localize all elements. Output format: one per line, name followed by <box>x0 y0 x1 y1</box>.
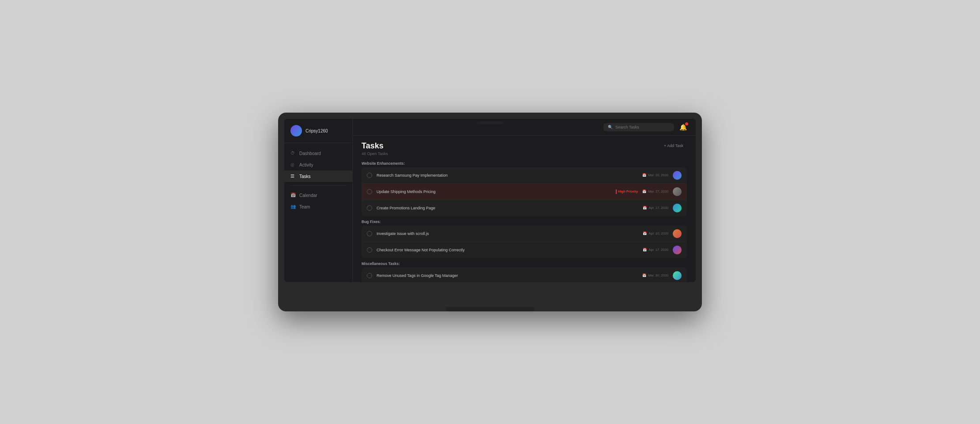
section-label-bug-fixes: Bug Fixes: <box>362 220 687 224</box>
date-text: Apr. 17, 2020 <box>648 248 668 252</box>
clock-icon: ⏱ <box>290 151 296 156</box>
table-row[interactable]: Research Samsung Pay Implementation📅Mar.… <box>362 167 687 184</box>
header: 🔍 🔔 <box>353 119 696 136</box>
task-checkbox[interactable] <box>367 247 372 253</box>
table-row[interactable]: Remove Unused Tags in Google Tag Manager… <box>362 268 687 282</box>
date-text: Mar. 20, 2020 <box>648 173 668 177</box>
task-checkbox[interactable] <box>367 189 372 194</box>
bell-button[interactable]: 🔔 <box>679 124 687 131</box>
page-title-group: Tasks 46 Open Tasks <box>362 142 388 156</box>
task-date: 📅Apr. 10, 2020 <box>643 231 668 235</box>
section-label-website-enhancements: Website Enhancements: <box>362 161 687 166</box>
app-container: Cripsy1260 ⏱Dashboard◎Activity☰Tasks📅Cal… <box>284 119 696 282</box>
notification-badge <box>685 122 688 125</box>
date-text: Mar. 30, 2020 <box>648 273 668 277</box>
section-label-miscellaneous: Miscellaneous Tasks: <box>362 261 687 266</box>
calendar-icon: 📅 <box>642 273 646 277</box>
sidebar-item-label-team: Team <box>299 204 310 209</box>
sidebar: Cripsy1260 ⏱Dashboard◎Activity☰Tasks📅Cal… <box>284 119 353 282</box>
task-name: Update Shipping Methods Pricing <box>377 189 616 194</box>
calendar-icon: 📅 <box>642 189 646 193</box>
nav-container: ⏱Dashboard◎Activity☰Tasks📅Calendar👥Team <box>284 148 352 212</box>
task-sections: Website Enhancements:Research Samsung Pa… <box>362 161 687 282</box>
add-task-button[interactable]: + Add Task <box>660 142 687 150</box>
username: Cripsy1260 <box>305 129 328 133</box>
apple-logo <box>284 282 696 289</box>
content-area: Tasks 46 Open Tasks + Add Task Website E… <box>353 136 696 282</box>
nav-divider <box>290 186 346 186</box>
task-date: 📅Apr. 17, 2020 <box>643 206 668 210</box>
date-text: Apr. 10, 2020 <box>648 231 668 235</box>
activity-icon: ◎ <box>290 162 296 167</box>
sidebar-item-team[interactable]: 👥Team <box>284 201 352 212</box>
priority-badge: High Priority <box>616 189 638 194</box>
user-profile: Cripsy1260 <box>284 125 352 143</box>
task-name: Investigate Issue with scroll.js <box>377 231 643 236</box>
sidebar-item-dashboard[interactable]: ⏱Dashboard <box>284 148 352 159</box>
sidebar-item-label-activity: Activity <box>299 163 313 167</box>
avatar <box>290 125 302 136</box>
task-avatar <box>673 246 682 254</box>
calendar-icon: 📅 <box>642 173 646 177</box>
task-date: 📅Mar. 27, 2020 <box>642 189 668 193</box>
calendar-icon: 📅 <box>290 193 296 198</box>
task-avatar <box>673 271 682 280</box>
task-list-bug-fixes: Investigate Issue with scroll.js📅Apr. 10… <box>362 226 687 258</box>
task-name: Research Samsung Pay Implementation <box>377 173 642 178</box>
sidebar-item-label-dashboard: Dashboard <box>299 151 321 156</box>
task-name: Create Promotions Landing Page <box>377 206 643 210</box>
main-area: 🔍 🔔 Tasks 46 Open Tasks <box>353 119 696 282</box>
task-checkbox[interactable] <box>367 205 372 211</box>
task-avatar <box>673 187 682 196</box>
table-row[interactable]: Investigate Issue with scroll.js📅Apr. 10… <box>362 226 687 242</box>
date-text: Apr. 17, 2020 <box>648 206 668 210</box>
task-date: 📅Mar. 20, 2020 <box>642 173 668 177</box>
page-header: Tasks 46 Open Tasks + Add Task <box>362 142 687 156</box>
monitor-stand <box>464 289 516 307</box>
task-list-website-enhancements: Research Samsung Pay Implementation📅Mar.… <box>362 167 687 216</box>
task-checkbox[interactable] <box>367 173 372 178</box>
sidebar-item-calendar[interactable]: 📅Calendar <box>284 189 352 201</box>
task-avatar <box>673 171 682 180</box>
monitor-screen: Cripsy1260 ⏱Dashboard◎Activity☰Tasks📅Cal… <box>284 119 696 282</box>
task-avatar <box>673 204 682 212</box>
camera-notch <box>477 121 503 124</box>
date-text: Mar. 27, 2020 <box>648 189 668 193</box>
task-name: Remove Unused Tags in Google Tag Manager <box>377 273 642 278</box>
task-date: 📅Mar. 30, 2020 <box>642 273 668 277</box>
calendar-icon: 📅 <box>643 231 647 235</box>
sidebar-item-activity[interactable]: ◎Activity <box>284 159 352 170</box>
task-name: Checkout Error Message Not Populating Co… <box>377 248 643 252</box>
table-row[interactable]: Create Promotions Landing Page📅Apr. 17, … <box>362 200 687 216</box>
users-icon: 👥 <box>290 204 296 209</box>
sidebar-item-label-tasks: Tasks <box>299 174 311 179</box>
search-icon: 🔍 <box>608 125 613 129</box>
task-avatar <box>673 229 682 238</box>
task-checkbox[interactable] <box>367 231 372 236</box>
sidebar-item-tasks[interactable]: ☰Tasks <box>284 170 352 182</box>
task-date: 📅Apr. 17, 2020 <box>643 248 668 252</box>
table-row[interactable]: Update Shipping Methods PricingHigh Prio… <box>362 184 687 200</box>
calendar-icon: 📅 <box>643 248 647 252</box>
list-icon: ☰ <box>290 174 296 179</box>
table-row[interactable]: Checkout Error Message Not Populating Co… <box>362 242 687 258</box>
task-checkbox[interactable] <box>367 273 372 278</box>
page-title: Tasks <box>362 142 388 151</box>
priority-label: High Priority <box>618 189 638 193</box>
priority-bar-icon <box>616 189 617 194</box>
page-subtitle: 46 Open Tasks <box>362 151 388 156</box>
sidebar-item-label-calendar: Calendar <box>299 193 317 198</box>
search-input[interactable] <box>615 125 670 129</box>
task-list-miscellaneous: Remove Unused Tags in Google Tag Manager… <box>362 268 687 282</box>
monitor-outer: Cripsy1260 ⏱Dashboard◎Activity☰Tasks📅Cal… <box>278 113 702 311</box>
monitor-base <box>446 307 534 311</box>
calendar-icon: 📅 <box>643 206 647 210</box>
search-bar[interactable]: 🔍 <box>603 123 674 131</box>
